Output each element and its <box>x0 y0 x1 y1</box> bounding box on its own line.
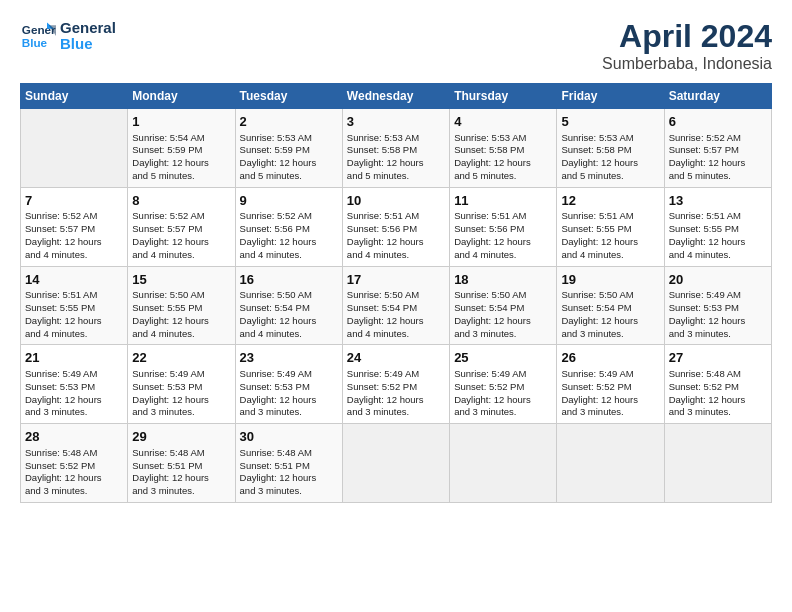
day-info-line: Sunset: 5:57 PM <box>669 144 767 157</box>
day-cell: 21Sunrise: 5:49 AMSunset: 5:53 PMDayligh… <box>21 345 128 424</box>
day-cell: 13Sunrise: 5:51 AMSunset: 5:55 PMDayligh… <box>664 187 771 266</box>
day-info-line: Sunrise: 5:50 AM <box>561 289 659 302</box>
day-info-line: Daylight: 12 hours <box>132 472 230 485</box>
day-info-line: Sunset: 5:58 PM <box>454 144 552 157</box>
col-header-wednesday: Wednesday <box>342 84 449 109</box>
day-cell: 1Sunrise: 5:54 AMSunset: 5:59 PMDaylight… <box>128 109 235 188</box>
day-cell: 24Sunrise: 5:49 AMSunset: 5:52 PMDayligh… <box>342 345 449 424</box>
day-cell <box>21 109 128 188</box>
day-cell <box>664 424 771 503</box>
day-number: 2 <box>240 113 338 131</box>
day-number: 29 <box>132 428 230 446</box>
day-info-line: Sunrise: 5:50 AM <box>240 289 338 302</box>
day-info-line: Sunrise: 5:53 AM <box>347 132 445 145</box>
day-info-line: and 3 minutes. <box>454 406 552 419</box>
day-info-line: Sunrise: 5:52 AM <box>25 210 123 223</box>
day-number: 7 <box>25 192 123 210</box>
day-cell: 23Sunrise: 5:49 AMSunset: 5:53 PMDayligh… <box>235 345 342 424</box>
day-cell: 11Sunrise: 5:51 AMSunset: 5:56 PMDayligh… <box>450 187 557 266</box>
day-info-line: Sunrise: 5:50 AM <box>132 289 230 302</box>
header: General Blue General Blue April 2024 Sum… <box>20 18 772 73</box>
day-info-line: Sunrise: 5:48 AM <box>25 447 123 460</box>
day-info-line: Sunset: 5:55 PM <box>561 223 659 236</box>
day-info-line: Sunset: 5:55 PM <box>132 302 230 315</box>
day-info-line: Daylight: 12 hours <box>347 236 445 249</box>
day-cell: 25Sunrise: 5:49 AMSunset: 5:52 PMDayligh… <box>450 345 557 424</box>
day-info-line: Sunset: 5:53 PM <box>25 381 123 394</box>
day-number: 22 <box>132 349 230 367</box>
day-number: 13 <box>669 192 767 210</box>
day-info-line: Daylight: 12 hours <box>347 157 445 170</box>
day-info-line: Daylight: 12 hours <box>240 472 338 485</box>
day-number: 26 <box>561 349 659 367</box>
day-info-line: Sunrise: 5:48 AM <box>669 368 767 381</box>
day-info-line: Daylight: 12 hours <box>454 315 552 328</box>
day-info-line: and 4 minutes. <box>347 249 445 262</box>
day-info-line: Daylight: 12 hours <box>454 157 552 170</box>
day-info-line: Sunrise: 5:53 AM <box>240 132 338 145</box>
day-info-line: Sunset: 5:54 PM <box>561 302 659 315</box>
day-info-line: and 3 minutes. <box>132 406 230 419</box>
day-info-line: Sunset: 5:55 PM <box>25 302 123 315</box>
day-info-line: Daylight: 12 hours <box>669 157 767 170</box>
day-info-line: Sunset: 5:58 PM <box>347 144 445 157</box>
day-cell: 7Sunrise: 5:52 AMSunset: 5:57 PMDaylight… <box>21 187 128 266</box>
day-info-line: and 4 minutes. <box>240 328 338 341</box>
day-info-line: Sunset: 5:56 PM <box>454 223 552 236</box>
day-info-line: Sunrise: 5:49 AM <box>669 289 767 302</box>
day-info-line: Sunset: 5:57 PM <box>25 223 123 236</box>
day-info-line: and 3 minutes. <box>240 406 338 419</box>
day-info-line: Sunrise: 5:49 AM <box>132 368 230 381</box>
day-info-line: and 4 minutes. <box>240 249 338 262</box>
day-info-line: and 3 minutes. <box>669 406 767 419</box>
day-cell: 17Sunrise: 5:50 AMSunset: 5:54 PMDayligh… <box>342 266 449 345</box>
day-number: 5 <box>561 113 659 131</box>
day-number: 11 <box>454 192 552 210</box>
day-info-line: Sunrise: 5:48 AM <box>240 447 338 460</box>
day-number: 8 <box>132 192 230 210</box>
col-header-friday: Friday <box>557 84 664 109</box>
day-info-line: Sunrise: 5:53 AM <box>454 132 552 145</box>
day-info-line: Sunrise: 5:51 AM <box>669 210 767 223</box>
day-info-line: Daylight: 12 hours <box>669 315 767 328</box>
day-cell: 14Sunrise: 5:51 AMSunset: 5:55 PMDayligh… <box>21 266 128 345</box>
week-row-4: 21Sunrise: 5:49 AMSunset: 5:53 PMDayligh… <box>21 345 772 424</box>
day-number: 18 <box>454 271 552 289</box>
day-info-line: and 4 minutes. <box>347 328 445 341</box>
day-number: 21 <box>25 349 123 367</box>
week-row-5: 28Sunrise: 5:48 AMSunset: 5:52 PMDayligh… <box>21 424 772 503</box>
day-number: 1 <box>132 113 230 131</box>
day-info-line: and 5 minutes. <box>240 170 338 183</box>
col-header-monday: Monday <box>128 84 235 109</box>
day-info-line: Sunset: 5:52 PM <box>25 460 123 473</box>
day-info-line: Sunrise: 5:52 AM <box>132 210 230 223</box>
day-info-line: Daylight: 12 hours <box>132 157 230 170</box>
svg-text:General: General <box>22 23 56 36</box>
day-info-line: Daylight: 12 hours <box>561 157 659 170</box>
day-info-line: and 5 minutes. <box>454 170 552 183</box>
day-cell: 4Sunrise: 5:53 AMSunset: 5:58 PMDaylight… <box>450 109 557 188</box>
day-cell: 30Sunrise: 5:48 AMSunset: 5:51 PMDayligh… <box>235 424 342 503</box>
day-info-line: and 4 minutes. <box>454 249 552 262</box>
day-number: 28 <box>25 428 123 446</box>
col-header-sunday: Sunday <box>21 84 128 109</box>
day-cell: 5Sunrise: 5:53 AMSunset: 5:58 PMDaylight… <box>557 109 664 188</box>
day-cell: 29Sunrise: 5:48 AMSunset: 5:51 PMDayligh… <box>128 424 235 503</box>
day-info-line: Daylight: 12 hours <box>240 394 338 407</box>
day-info-line: and 3 minutes. <box>25 485 123 498</box>
col-header-tuesday: Tuesday <box>235 84 342 109</box>
day-number: 3 <box>347 113 445 131</box>
day-cell: 10Sunrise: 5:51 AMSunset: 5:56 PMDayligh… <box>342 187 449 266</box>
day-info-line: Sunset: 5:54 PM <box>347 302 445 315</box>
day-info-line: Sunrise: 5:51 AM <box>25 289 123 302</box>
day-info-line: Daylight: 12 hours <box>132 315 230 328</box>
day-info-line: and 3 minutes. <box>561 328 659 341</box>
day-info-line: Sunrise: 5:49 AM <box>347 368 445 381</box>
day-info-line: Sunrise: 5:53 AM <box>561 132 659 145</box>
day-info-line: Daylight: 12 hours <box>240 157 338 170</box>
day-number: 23 <box>240 349 338 367</box>
day-info-line: Sunset: 5:58 PM <box>561 144 659 157</box>
col-header-saturday: Saturday <box>664 84 771 109</box>
day-info-line: Daylight: 12 hours <box>25 236 123 249</box>
day-info-line: Sunset: 5:56 PM <box>240 223 338 236</box>
